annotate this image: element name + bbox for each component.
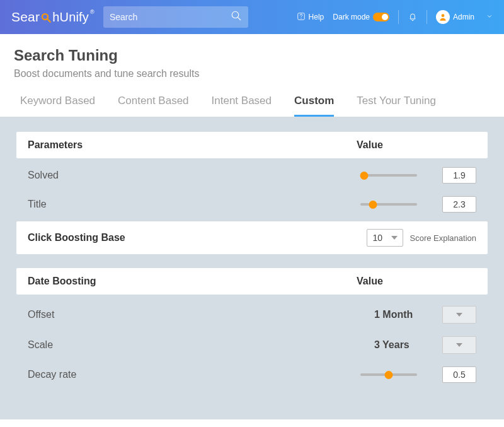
dark-mode-label: Dark mode [333,13,370,21]
title-value-input[interactable]: 2.3 [442,196,476,213]
tab-keyword-based[interactable]: Keyword Based [20,95,95,117]
param-label: Title [28,199,360,210]
parameters-header-label: Parameters [28,139,83,151]
tab-content-based[interactable]: Content Based [118,95,188,117]
caret-down-icon [391,236,398,240]
offset-label: Offset [28,309,374,320]
parameters-header: Parameters Value [16,132,488,158]
slider-track [360,373,417,376]
score-explanation-link[interactable]: Score Explanation [410,233,476,243]
help-icon [297,12,306,23]
notifications-button[interactable] [408,11,418,23]
svg-line-1 [47,19,50,22]
search-input[interactable] [110,12,217,22]
header-right: Help Dark mode Admin [297,10,493,24]
logo-registered: ® [90,9,94,15]
help-link[interactable]: Help [297,12,324,23]
scale-label: Scale [28,339,374,351]
scale-dropdown[interactable] [442,336,476,354]
page-subtitle: Boost documents and tune search results [14,68,490,79]
divider [398,10,399,24]
caret-down-icon [456,313,462,317]
tab-test-tuning[interactable]: Test Your Tuning [357,95,436,117]
date-boosting-header: Date Boosting Value [16,268,488,295]
parameters-header-value: Value [357,139,476,151]
app-header: Sear hUnify ® [0,0,504,34]
tab-intent-based[interactable]: Intent Based [212,95,272,117]
decay-slider[interactable] [360,373,430,376]
offset-row: Offset 1 Month [16,300,488,330]
logo-icon [40,12,52,23]
svg-point-2 [232,11,239,18]
chevron-down-icon [486,13,493,21]
date-boosting-header-label: Date Boosting [28,276,96,287]
click-boosting-select[interactable]: 10 [367,229,403,247]
decay-row: Decay rate 0.5 [16,360,488,389]
bell-icon [408,11,418,23]
dark-mode-toggle[interactable]: Dark mode [333,13,389,21]
caret-down-icon [456,343,462,347]
title-slider[interactable] [360,203,430,206]
slider-track [360,203,417,206]
divider [427,10,427,24]
param-row-solved: Solved 1.9 [16,158,488,187]
content-area: Parameters Value Solved 1.9 Title 2.3 Cl… [0,117,504,419]
click-boosting-value: 10 [372,233,382,243]
logo: Sear hUnify ® [11,9,94,25]
scale-row: Scale 3 Years [16,330,488,360]
user-menu[interactable]: Admin [436,10,493,24]
slider-thumb[interactable] [360,172,369,180]
tab-custom[interactable]: Custom [294,95,334,117]
offset-value: 1 Month [374,309,442,320]
offset-dropdown[interactable] [442,306,476,324]
page-title: Search Tuning [14,47,490,64]
param-label: Solved [28,170,360,181]
slider-thumb[interactable] [385,371,393,379]
dark-mode-switch[interactable] [373,13,389,21]
slider-thumb[interactable] [369,201,377,209]
click-boosting-label: Click Boosting Base [28,232,125,243]
svg-point-6 [442,14,445,17]
slider-track [360,174,417,177]
scale-value: 3 Years [374,339,442,351]
search-box[interactable] [103,6,248,28]
svg-point-5 [301,18,301,18]
help-label: Help [309,13,324,21]
logo-text-pre: Sear [11,9,40,25]
decay-value-input[interactable]: 0.5 [442,366,476,383]
solved-value-input[interactable]: 1.9 [442,167,476,184]
solved-slider[interactable] [360,174,430,177]
decay-label: Decay rate [28,369,360,380]
svg-line-3 [238,18,241,20]
date-boosting-header-value: Value [357,276,476,287]
logo-text-post: hUnify [52,10,89,25]
page: Search Tuning Boost documents and tune s… [0,34,504,117]
search-icon[interactable] [231,10,242,24]
tabs: Keyword Based Content Based Intent Based… [20,95,490,117]
user-label: Admin [453,13,474,21]
avatar-icon [436,10,450,24]
param-row-title: Title 2.3 [16,187,488,216]
click-boosting-row: Click Boosting Base 10 Score Explanation [16,221,488,254]
